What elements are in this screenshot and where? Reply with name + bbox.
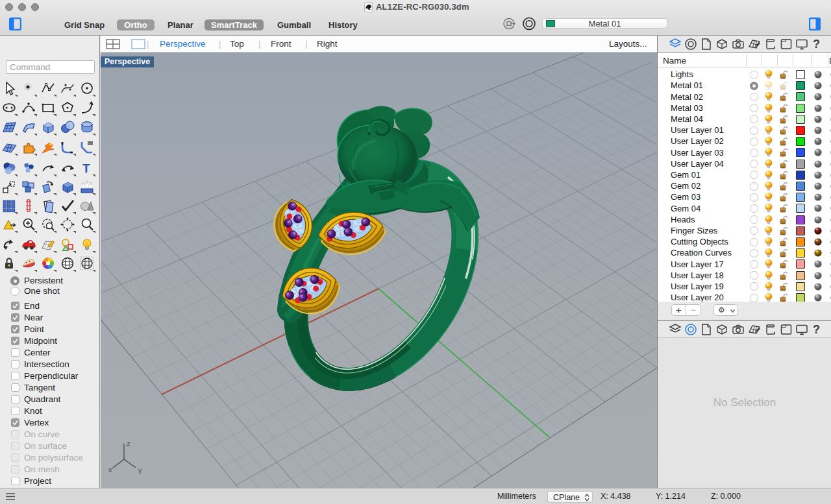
svg-text:z: z bbox=[127, 440, 130, 448]
svg-text:?: ? bbox=[813, 38, 820, 51]
svg-text:x: x bbox=[108, 466, 112, 474]
svg-text:?: ? bbox=[813, 323, 820, 336]
svg-text:T: T bbox=[82, 162, 90, 175]
svg-text:y: y bbox=[138, 466, 142, 474]
